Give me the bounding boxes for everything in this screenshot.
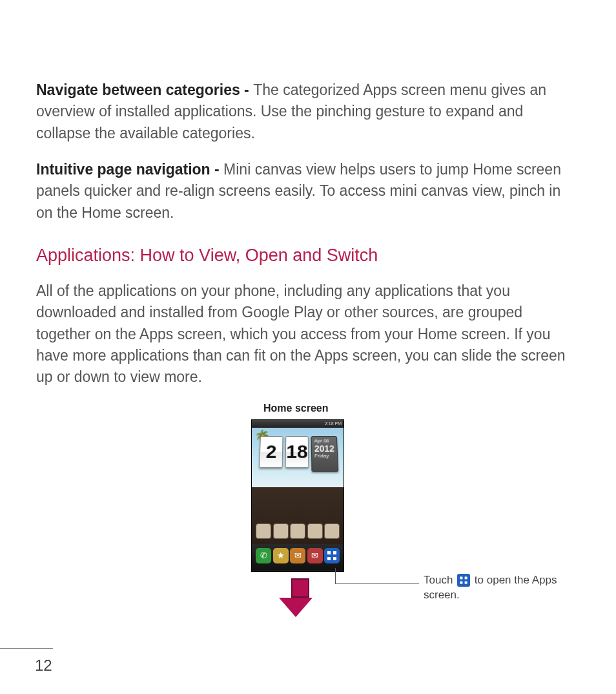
clock-date-panel: Apr 06 2012 Friday (311, 436, 339, 472)
apps-grid-icon (460, 577, 467, 584)
dock-contacts-icon: ★ (273, 548, 289, 563)
status-time: 2:18 PM (325, 421, 342, 426)
home-lower (252, 487, 344, 544)
lead-navigate: Navigate between categories - (36, 81, 253, 98)
status-bar: 2:18 PM (252, 420, 344, 428)
apps-icon-inline (457, 574, 470, 587)
apps-grid-icon (327, 551, 336, 560)
home-wallpaper: 🌴 2 18 Apr 06 2012 Friday (252, 428, 344, 487)
paragraph-intuitive-navigation: Intuitive page navigation - Mini canvas … (36, 159, 580, 224)
clock-widget: 2 18 Apr 06 2012 Friday (259, 436, 336, 470)
clock-day: Friday (314, 454, 335, 459)
figure-home-screen: Home screen 2:18 PM 🌴 2 18 Apr 06 2012 F… (36, 403, 580, 642)
paragraph-applications-overview: All of the applications on your phone, i… (36, 280, 580, 388)
paragraph-navigate-categories: Navigate between categories - The catego… (36, 79, 580, 144)
clock-hour: 2 (259, 436, 283, 468)
dock: ✆ ★ ✉ ✉ (252, 544, 344, 570)
dock-phone-icon: ✆ (256, 548, 271, 563)
shortcut-icon (324, 523, 340, 539)
clock-minute: 18 (285, 436, 309, 468)
callout-text-before: Touch (424, 574, 456, 586)
callout-open-apps: Touch to open the Apps screen. (424, 573, 591, 603)
shortcut-row (252, 523, 344, 539)
shortcut-icon (273, 523, 289, 539)
shortcut-icon (290, 523, 305, 539)
arrow-down-icon (288, 578, 313, 617)
dock-email-icon: ✉ (307, 548, 323, 563)
callout-leader-horizontal (335, 584, 419, 584)
shortcut-icon (256, 523, 271, 539)
dock-messaging-icon: ✉ (290, 548, 305, 563)
clock-year: 2012 (314, 444, 334, 454)
figure-caption: Home screen (263, 403, 329, 414)
callout-leader-vertical (335, 568, 336, 584)
section-heading-applications: Applications: How to View, Open and Swit… (36, 246, 580, 266)
footer-rule (0, 648, 53, 649)
phone-screenshot: 2:18 PM 🌴 2 18 Apr 06 2012 Friday (251, 419, 344, 572)
page-number: 12 (35, 657, 52, 675)
dock-apps-icon (324, 548, 340, 563)
shortcut-icon (307, 523, 323, 539)
lead-intuitive: Intuitive page navigation - (36, 161, 223, 178)
